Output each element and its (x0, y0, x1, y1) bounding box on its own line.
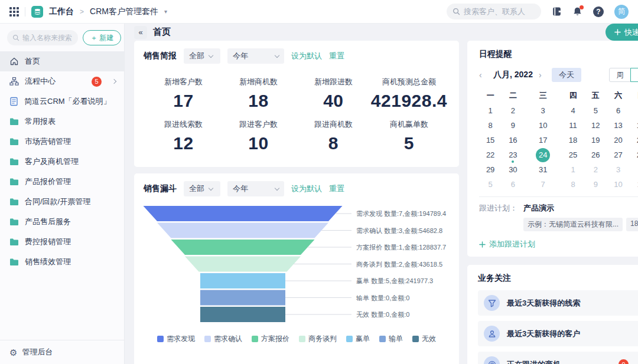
avatar[interactable]: 简 (614, 5, 629, 19)
legend-item-输单[interactable]: 输单 (379, 334, 403, 344)
calendar-day-14[interactable]: 14 (630, 118, 638, 133)
calendar-day-3[interactable]: 3 (607, 162, 629, 177)
calendar-day-11[interactable]: 11 (562, 118, 584, 133)
week-toggle-button[interactable]: 周 (609, 68, 631, 82)
calendar-day-18[interactable]: 18 (562, 133, 584, 147)
calendar-prev-icon[interactable]: ‹ (479, 70, 487, 80)
calendar-day-5[interactable]: 5 (584, 103, 607, 118)
calendar-day-4[interactable]: 4 (562, 103, 584, 118)
calendar-day-11[interactable]: 11 (630, 177, 638, 192)
calendar-day-2[interactable]: 2 (584, 162, 607, 177)
calendar-day-9[interactable]: 9 (584, 177, 607, 192)
calendar-day-17[interactable]: 17 (525, 133, 562, 147)
legend-label: 赢单 (356, 334, 370, 344)
calendar-day-31[interactable]: 31 (525, 162, 562, 177)
calendar-day-28[interactable]: 28 (630, 147, 638, 162)
sidebar-item-产品售后服务[interactable]: 产品售后服务 (0, 212, 124, 232)
calendar-day-15[interactable]: 15 (479, 133, 502, 147)
calendar-day-21[interactable]: 21 (630, 133, 638, 147)
chevron-right-icon[interactable] (112, 79, 116, 84)
apps-grid-icon[interactable] (9, 7, 19, 17)
funnel-period-select[interactable]: 今年 (227, 181, 284, 196)
breadcrumb-caret-icon[interactable]: ▾ (164, 8, 167, 15)
calendar-day-23[interactable]: 23 (502, 147, 524, 162)
help-icon[interactable]: ? (593, 6, 604, 17)
calendar-day-8[interactable]: 8 (562, 177, 584, 192)
funnel-legend: 需求发现需求确认方案报价商务谈判赢单输单无效 (134, 328, 459, 351)
notifications-bell-icon[interactable] (572, 6, 582, 17)
reset-link[interactable]: 重置 (329, 183, 344, 194)
calendar-day-4[interactable]: 4 (630, 162, 638, 177)
weekday-header: 六 (607, 88, 629, 103)
calendar-day-27[interactable]: 27 (607, 147, 629, 162)
calendar-day-3[interactable]: 3 (525, 103, 562, 118)
sales-funnel-title: 销售漏斗 (144, 183, 177, 194)
sidebar-search-input[interactable] (22, 34, 73, 42)
calendar-day-7[interactable]: 7 (630, 103, 638, 118)
sidebar-item-销售绩效管理[interactable]: 销售绩效管理 (0, 252, 124, 272)
sales-brief-period-select[interactable]: 今年 (227, 48, 284, 64)
focus-item-最近3天新获得的线索[interactable]: 最近3天新获得的线索 (478, 290, 638, 316)
add-follow-up-plan-link[interactable]: 添加跟进计划 (479, 239, 638, 250)
calendar-day-2[interactable]: 2 (502, 103, 524, 118)
sidebar-item-市场营销管理[interactable]: 市场营销管理 (0, 132, 124, 152)
sidebar-item-合同/回款/开票管理[interactable]: 合同/回款/开票管理 (0, 192, 124, 212)
new-button[interactable]: ＋ 新建 (83, 30, 121, 45)
set-default-link[interactable]: 设为默认 (291, 51, 322, 61)
app-logo-icon[interactable] (31, 6, 43, 18)
calendar-day-29[interactable]: 29 (479, 162, 502, 177)
calendar-day-22[interactable]: 22 (479, 147, 502, 162)
calendar-day-26[interactable]: 26 (584, 147, 607, 162)
calendar-day-7[interactable]: 7 (525, 177, 562, 192)
calendar-day-13[interactable]: 13 (607, 118, 629, 133)
month-toggle-button[interactable]: 月 (630, 68, 638, 82)
sales-brief-scope-select[interactable]: 全部 (184, 48, 220, 64)
legend-item-方案报价[interactable]: 方案报价 (252, 334, 289, 344)
calendar-day-6[interactable]: 6 (607, 103, 629, 118)
sidebar-item-首页[interactable]: 首页 (0, 51, 124, 71)
legend-item-商务谈判[interactable]: 商务谈判 (299, 334, 337, 344)
sidebar-item-常用报表[interactable]: 常用报表 (0, 112, 124, 132)
calendar-day-25[interactable]: 25 (562, 147, 584, 162)
breadcrumb-current[interactable]: CRM客户管理套件 (90, 6, 158, 17)
calendar-day-19[interactable]: 19 (584, 133, 607, 147)
sidebar-item-客户及商机管理[interactable]: 客户及商机管理 (0, 152, 124, 172)
calendar-day-30[interactable]: 30 (502, 162, 524, 177)
calendar-day-10[interactable]: 10 (525, 118, 562, 133)
collapse-sidebar-icon[interactable]: « (134, 26, 147, 39)
workspace-link[interactable]: 工作台 (49, 6, 74, 17)
calendar-day-8[interactable]: 8 (479, 118, 502, 133)
global-search-input[interactable] (464, 7, 529, 16)
sidebar-search[interactable] (7, 30, 78, 45)
address-book-icon[interactable] (552, 6, 562, 17)
set-default-link[interactable]: 设为默认 (291, 183, 322, 194)
calendar-day-12[interactable]: 12 (584, 118, 607, 133)
calendar-day-24[interactable]: 24 (525, 147, 562, 162)
focus-item-正在跟进的商机[interactable]: 正在跟进的商机9 (478, 352, 638, 364)
focus-item-最近3天新获得的客户[interactable]: 最近3天新获得的客户 (478, 321, 638, 346)
reset-link[interactable]: 重置 (329, 51, 344, 61)
calendar-next-icon[interactable]: › (539, 70, 547, 80)
legend-item-需求发现[interactable]: 需求发现 (157, 334, 195, 344)
today-button[interactable]: 今天 (552, 68, 581, 82)
funnel-scope-select[interactable]: 全部 (184, 181, 220, 196)
follow-up-plan-item[interactable]: 产品演示 示例：无锡简道云科技有限... 18:00 (523, 203, 638, 231)
calendar-day-5[interactable]: 5 (479, 177, 502, 192)
legend-item-无效[interactable]: 无效 (412, 334, 436, 344)
sidebar-item-费控报销管理[interactable]: 费控报销管理 (0, 232, 124, 252)
sidebar-item-流程中心[interactable]: 流程中心5 (0, 71, 124, 91)
global-search[interactable] (447, 4, 541, 19)
calendar-day-10[interactable]: 10 (607, 177, 629, 192)
calendar-day-20[interactable]: 20 (607, 133, 629, 147)
calendar-day-1[interactable]: 1 (562, 162, 584, 177)
admin-console-link[interactable]: ⚙ 管理后台 (0, 340, 124, 364)
legend-item-赢单[interactable]: 赢单 (346, 334, 370, 344)
quick-add-button[interactable]: 快速添加 (606, 24, 638, 41)
sidebar-item-简道云CRM「必看说明」[interactable]: 简道云CRM「必看说明」 (0, 91, 124, 112)
calendar-day-6[interactable]: 6 (502, 177, 524, 192)
legend-item-需求确认[interactable]: 需求确认 (204, 334, 242, 344)
sidebar-item-产品报价管理[interactable]: 产品报价管理 (0, 172, 124, 192)
calendar-day-9[interactable]: 9 (502, 118, 524, 133)
calendar-day-1[interactable]: 1 (479, 103, 502, 118)
calendar-day-16[interactable]: 16 (502, 133, 524, 147)
